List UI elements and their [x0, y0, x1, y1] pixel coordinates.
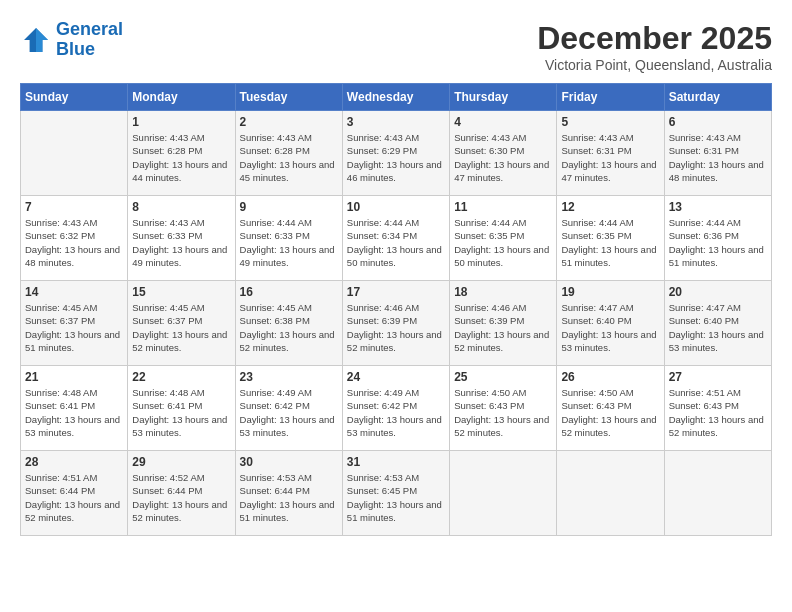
day-number: 29 — [132, 455, 230, 469]
day-number: 3 — [347, 115, 445, 129]
day-number: 28 — [25, 455, 123, 469]
day-info: Sunrise: 4:50 AMSunset: 6:43 PMDaylight:… — [454, 386, 552, 439]
header-day-saturday: Saturday — [664, 84, 771, 111]
day-cell: 30Sunrise: 4:53 AMSunset: 6:44 PMDayligh… — [235, 451, 342, 536]
day-number: 26 — [561, 370, 659, 384]
day-number: 9 — [240, 200, 338, 214]
location-subtitle: Victoria Point, Queensland, Australia — [537, 57, 772, 73]
logo: General Blue — [20, 20, 123, 60]
day-info: Sunrise: 4:43 AMSunset: 6:31 PMDaylight:… — [561, 131, 659, 184]
week-row-3: 14Sunrise: 4:45 AMSunset: 6:37 PMDayligh… — [21, 281, 772, 366]
day-cell — [557, 451, 664, 536]
header-row: SundayMondayTuesdayWednesdayThursdayFrid… — [21, 84, 772, 111]
day-number: 23 — [240, 370, 338, 384]
day-number: 14 — [25, 285, 123, 299]
week-row-1: 1Sunrise: 4:43 AMSunset: 6:28 PMDaylight… — [21, 111, 772, 196]
day-cell: 19Sunrise: 4:47 AMSunset: 6:40 PMDayligh… — [557, 281, 664, 366]
day-info: Sunrise: 4:43 AMSunset: 6:28 PMDaylight:… — [240, 131, 338, 184]
day-number: 19 — [561, 285, 659, 299]
day-cell: 31Sunrise: 4:53 AMSunset: 6:45 PMDayligh… — [342, 451, 449, 536]
week-row-5: 28Sunrise: 4:51 AMSunset: 6:44 PMDayligh… — [21, 451, 772, 536]
day-info: Sunrise: 4:50 AMSunset: 6:43 PMDaylight:… — [561, 386, 659, 439]
day-info: Sunrise: 4:43 AMSunset: 6:28 PMDaylight:… — [132, 131, 230, 184]
day-cell: 16Sunrise: 4:45 AMSunset: 6:38 PMDayligh… — [235, 281, 342, 366]
day-cell: 10Sunrise: 4:44 AMSunset: 6:34 PMDayligh… — [342, 196, 449, 281]
day-cell — [21, 111, 128, 196]
day-number: 15 — [132, 285, 230, 299]
logo-line2: Blue — [56, 40, 123, 60]
day-number: 31 — [347, 455, 445, 469]
day-info: Sunrise: 4:43 AMSunset: 6:30 PMDaylight:… — [454, 131, 552, 184]
day-number: 13 — [669, 200, 767, 214]
day-number: 20 — [669, 285, 767, 299]
day-number: 4 — [454, 115, 552, 129]
day-cell: 26Sunrise: 4:50 AMSunset: 6:43 PMDayligh… — [557, 366, 664, 451]
day-cell: 8Sunrise: 4:43 AMSunset: 6:33 PMDaylight… — [128, 196, 235, 281]
header-day-friday: Friday — [557, 84, 664, 111]
day-cell — [450, 451, 557, 536]
week-row-2: 7Sunrise: 4:43 AMSunset: 6:32 PMDaylight… — [21, 196, 772, 281]
day-number: 7 — [25, 200, 123, 214]
title-block: December 2025 Victoria Point, Queensland… — [537, 20, 772, 73]
day-cell: 5Sunrise: 4:43 AMSunset: 6:31 PMDaylight… — [557, 111, 664, 196]
day-cell: 24Sunrise: 4:49 AMSunset: 6:42 PMDayligh… — [342, 366, 449, 451]
calendar-table: SundayMondayTuesdayWednesdayThursdayFrid… — [20, 83, 772, 536]
logo-line1: General — [56, 19, 123, 39]
day-number: 30 — [240, 455, 338, 469]
svg-marker-1 — [36, 28, 48, 52]
day-number: 10 — [347, 200, 445, 214]
day-number: 24 — [347, 370, 445, 384]
month-title: December 2025 — [537, 20, 772, 57]
day-cell: 28Sunrise: 4:51 AMSunset: 6:44 PMDayligh… — [21, 451, 128, 536]
header-day-thursday: Thursday — [450, 84, 557, 111]
day-cell: 18Sunrise: 4:46 AMSunset: 6:39 PMDayligh… — [450, 281, 557, 366]
day-cell: 7Sunrise: 4:43 AMSunset: 6:32 PMDaylight… — [21, 196, 128, 281]
day-cell: 12Sunrise: 4:44 AMSunset: 6:35 PMDayligh… — [557, 196, 664, 281]
day-number: 21 — [25, 370, 123, 384]
page-header: General Blue December 2025 Victoria Poin… — [20, 20, 772, 73]
day-info: Sunrise: 4:44 AMSunset: 6:33 PMDaylight:… — [240, 216, 338, 269]
day-cell: 27Sunrise: 4:51 AMSunset: 6:43 PMDayligh… — [664, 366, 771, 451]
day-number: 16 — [240, 285, 338, 299]
week-row-4: 21Sunrise: 4:48 AMSunset: 6:41 PMDayligh… — [21, 366, 772, 451]
day-info: Sunrise: 4:49 AMSunset: 6:42 PMDaylight:… — [347, 386, 445, 439]
day-info: Sunrise: 4:47 AMSunset: 6:40 PMDaylight:… — [669, 301, 767, 354]
day-info: Sunrise: 4:48 AMSunset: 6:41 PMDaylight:… — [132, 386, 230, 439]
day-info: Sunrise: 4:43 AMSunset: 6:33 PMDaylight:… — [132, 216, 230, 269]
day-number: 5 — [561, 115, 659, 129]
day-info: Sunrise: 4:49 AMSunset: 6:42 PMDaylight:… — [240, 386, 338, 439]
day-number: 18 — [454, 285, 552, 299]
day-number: 6 — [669, 115, 767, 129]
day-info: Sunrise: 4:44 AMSunset: 6:35 PMDaylight:… — [454, 216, 552, 269]
day-info: Sunrise: 4:47 AMSunset: 6:40 PMDaylight:… — [561, 301, 659, 354]
day-info: Sunrise: 4:46 AMSunset: 6:39 PMDaylight:… — [347, 301, 445, 354]
day-info: Sunrise: 4:46 AMSunset: 6:39 PMDaylight:… — [454, 301, 552, 354]
day-cell: 13Sunrise: 4:44 AMSunset: 6:36 PMDayligh… — [664, 196, 771, 281]
day-cell: 22Sunrise: 4:48 AMSunset: 6:41 PMDayligh… — [128, 366, 235, 451]
day-number: 2 — [240, 115, 338, 129]
day-number: 17 — [347, 285, 445, 299]
day-info: Sunrise: 4:53 AMSunset: 6:44 PMDaylight:… — [240, 471, 338, 524]
day-number: 27 — [669, 370, 767, 384]
day-cell — [664, 451, 771, 536]
day-cell: 17Sunrise: 4:46 AMSunset: 6:39 PMDayligh… — [342, 281, 449, 366]
day-cell: 14Sunrise: 4:45 AMSunset: 6:37 PMDayligh… — [21, 281, 128, 366]
logo-icon — [20, 24, 52, 56]
day-info: Sunrise: 4:51 AMSunset: 6:43 PMDaylight:… — [669, 386, 767, 439]
day-number: 11 — [454, 200, 552, 214]
day-cell: 21Sunrise: 4:48 AMSunset: 6:41 PMDayligh… — [21, 366, 128, 451]
header-day-sunday: Sunday — [21, 84, 128, 111]
day-cell: 11Sunrise: 4:44 AMSunset: 6:35 PMDayligh… — [450, 196, 557, 281]
day-cell: 25Sunrise: 4:50 AMSunset: 6:43 PMDayligh… — [450, 366, 557, 451]
day-info: Sunrise: 4:45 AMSunset: 6:37 PMDaylight:… — [25, 301, 123, 354]
header-day-tuesday: Tuesday — [235, 84, 342, 111]
day-cell: 3Sunrise: 4:43 AMSunset: 6:29 PMDaylight… — [342, 111, 449, 196]
day-cell: 4Sunrise: 4:43 AMSunset: 6:30 PMDaylight… — [450, 111, 557, 196]
day-info: Sunrise: 4:43 AMSunset: 6:31 PMDaylight:… — [669, 131, 767, 184]
day-info: Sunrise: 4:48 AMSunset: 6:41 PMDaylight:… — [25, 386, 123, 439]
day-info: Sunrise: 4:53 AMSunset: 6:45 PMDaylight:… — [347, 471, 445, 524]
day-info: Sunrise: 4:45 AMSunset: 6:38 PMDaylight:… — [240, 301, 338, 354]
day-info: Sunrise: 4:45 AMSunset: 6:37 PMDaylight:… — [132, 301, 230, 354]
day-cell: 15Sunrise: 4:45 AMSunset: 6:37 PMDayligh… — [128, 281, 235, 366]
day-cell: 20Sunrise: 4:47 AMSunset: 6:40 PMDayligh… — [664, 281, 771, 366]
